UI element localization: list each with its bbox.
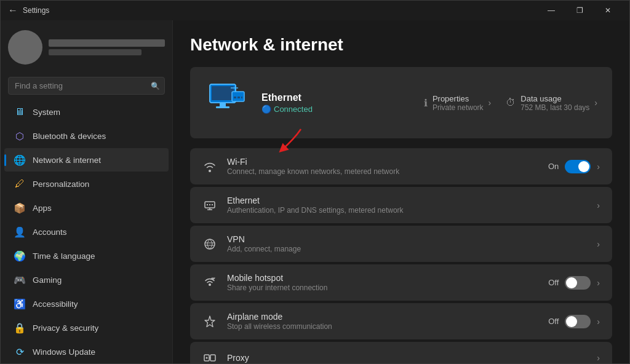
svg-rect-2 [212,86,234,100]
net-item-airplane[interactable]: Airplane mode Stop all wireless communic… [190,303,612,339]
svg-rect-25 [210,355,215,361]
back-icon[interactable]: ← [8,5,18,16]
sidebar-label-accounts: Accounts [33,228,67,237]
properties-sub: Private network [433,103,484,112]
svg-rect-14 [207,204,208,205]
svg-rect-8 [241,97,242,98]
proxy-right: › [597,353,600,363]
data-usage-label: Data usage [520,94,589,103]
net-item-vpn[interactable]: VPN Add, connect, manage › [190,226,612,262]
sidebar-item-apps[interactable]: 📦 Apps [4,196,169,220]
ethernet-card[interactable]: Ethernet 🔵 Connected ℹ Properties Privat… [190,67,612,138]
wifi-right: On › [548,160,600,173]
hotspot-right: Off › [548,276,600,290]
ethernet-info: Ethernet Authentication, IP and DNS sett… [227,196,587,215]
close-button[interactable]: ✕ [594,1,622,20]
sidebar-label-bluetooth: Bluetooth & devices [33,132,106,141]
titlebar-controls: — ❐ ✕ [537,1,622,20]
vpn-chevron: › [597,239,600,249]
net-item-wifi[interactable]: Wi-Fi Connect, manage known networks, me… [190,148,612,184]
properties-action[interactable]: ℹ Properties Private network › [424,94,491,112]
toggle-label-wifi: On [548,162,559,171]
profile-name [49,39,165,47]
svg-rect-7 [237,97,240,98]
update-icon: ⟳ [14,346,25,357]
sidebar-item-accounts[interactable]: 👤 Accounts [4,220,169,243]
vpn-sub: Add, connect, manage [227,245,587,253]
net-item-ethernet[interactable]: Ethernet Authentication, IP and DNS sett… [190,187,612,223]
avatar [8,30,42,65]
wifi-sub: Connect, manage known networks, metered … [227,167,538,176]
airplane-title: Airplane mode [227,312,538,322]
vpn-right: › [597,239,600,249]
accessibility-icon: ♿ [14,298,25,309]
svg-rect-6 [234,97,236,98]
sidebar-label-accessibility: Accessibility [33,299,78,309]
ethernet-card-title: Ethernet [261,92,412,103]
wifi-chevron: › [597,162,600,172]
ethernet-actions: ℹ Properties Private network › ⏱ Data us… [424,94,597,112]
gaming-icon: 🎮 [14,274,25,285]
sidebar-item-system[interactable]: 🖥 System [4,100,169,124]
hotspot-chevron: › [597,278,600,288]
connected-icon: 🔵 [261,105,271,114]
properties-label: Properties [433,94,484,103]
data-usage-text: Data usage 752 MB, last 30 days [520,94,589,112]
hotspot-icon [202,275,217,290]
sidebar-label-personalization: Personalization [33,180,89,189]
toggle-hotspot[interactable] [565,276,591,290]
airplane-chevron: › [597,317,600,326]
search-input[interactable] [8,77,165,95]
sidebar-item-time[interactable]: 🌍 Time & language [4,244,169,267]
svg-rect-15 [209,204,210,205]
airplane-right: Off › [548,315,600,328]
toggle-airplane[interactable] [565,315,591,328]
airplane-sub: Stop all wireless communication [227,322,538,331]
annotation-arrow [264,126,313,153]
toggle-label-airplane: Off [548,317,559,326]
ethernet-sub: Authentication, IP and DNS settings, met… [227,206,587,215]
sidebar-label-apps: Apps [33,204,52,213]
proxy-info: Proxy [227,353,587,363]
ethernet-right: › [597,200,600,210]
vpn-icon [202,237,217,251]
hotspot-info: Mobile hotspot Share your internet conne… [227,273,538,292]
sidebar-item-privacy[interactable]: 🔒 Privacy & security [4,316,169,339]
svg-rect-4 [216,106,229,108]
settings-window: ← Settings — ❐ ✕ 🔍 [0,0,630,364]
sidebar-label-update: Windows Update [33,347,95,357]
system-icon: 🖥 [14,106,25,117]
svg-point-20 [209,283,211,286]
svg-point-17 [205,239,215,249]
airplane-icon [202,314,217,329]
sidebar-item-accessibility[interactable]: ♿ Accessibility [4,292,169,315]
svg-point-27 [206,357,208,359]
sidebar-item-bluetooth[interactable]: ⬡ Bluetooth & devices [4,124,169,148]
sidebar-label-privacy: Privacy & security [33,323,98,333]
personalization-icon: 🖊 [14,178,25,189]
profile-sub [49,49,142,55]
toggle-wifi[interactable] [565,160,591,173]
sidebar-item-network[interactable]: 🌐 Network & internet [4,148,169,172]
sidebar-item-update[interactable]: ⟳ Windows Update [4,340,169,363]
svg-rect-3 [220,103,226,106]
time-icon: 🌍 [14,250,25,261]
sidebar-item-personalization[interactable]: 🖊 Personalization [4,172,169,196]
maximize-button[interactable]: ❐ [565,1,594,20]
proxy-chevron: › [597,353,600,363]
search-box: 🔍 [8,77,165,95]
network-icon: 🌐 [14,154,25,165]
wifi-icon [202,159,217,174]
net-item-hotspot[interactable]: Mobile hotspot Share your internet conne… [190,264,612,301]
apps-icon: 📦 [14,202,25,213]
sidebar: 🔍 🖥 System ⬡ Bluetooth & devices 🌐 Netwo… [1,20,173,363]
sidebar-item-gaming[interactable]: 🎮 Gaming [4,268,169,291]
minimize-button[interactable]: — [537,1,565,20]
ethernet-status: 🔵 Connected [261,105,412,114]
net-item-proxy[interactable]: Proxy › [190,342,612,363]
properties-chevron: › [488,98,492,108]
toggle-label-hotspot: Off [548,278,559,287]
sidebar-label-gaming: Gaming [33,275,62,285]
data-usage-action[interactable]: ⏱ Data usage 752 MB, last 30 days › [506,94,597,112]
data-usage-icon: ⏱ [506,97,516,108]
